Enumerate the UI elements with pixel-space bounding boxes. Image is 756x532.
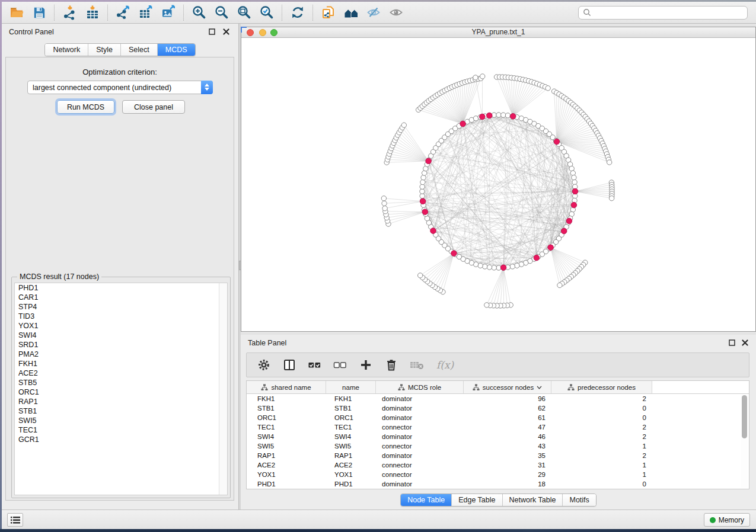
mcds-result-list[interactable]: PHD1CAR1STP4TID3YOX1SWI4SRD1PMA2FKH1ACE2… bbox=[14, 283, 228, 495]
zoom-selected-button[interactable] bbox=[256, 4, 278, 22]
table-cell[interactable]: 1 bbox=[551, 460, 652, 470]
mcds-result-item[interactable]: SWI5 bbox=[15, 416, 227, 425]
tab-edge-table[interactable]: Edge Table bbox=[452, 494, 502, 506]
table-cell[interactable]: 61 bbox=[464, 413, 551, 422]
table-cell[interactable]: 18 bbox=[464, 479, 551, 489]
import-network-button[interactable] bbox=[59, 4, 81, 22]
table-cell[interactable]: ORC1 bbox=[326, 413, 376, 422]
column-header-MCDS-role[interactable]: MCDS role bbox=[376, 381, 464, 393]
table-row[interactable]: YOX1YOX1connector291 bbox=[247, 470, 749, 479]
column-header-shared-name[interactable]: shared name bbox=[247, 381, 326, 393]
search-input[interactable] bbox=[594, 8, 747, 17]
table-cell[interactable]: 2 bbox=[551, 432, 652, 441]
table-cell[interactable]: SWI5 bbox=[326, 441, 376, 451]
table-cell[interactable]: YOX1 bbox=[326, 470, 376, 479]
table-cell[interactable]: dominator bbox=[376, 394, 464, 403]
run-mcds-button[interactable]: Run MCDS bbox=[57, 100, 114, 114]
column-header-name[interactable]: name bbox=[326, 381, 376, 393]
select-all-rows-button[interactable] bbox=[307, 357, 323, 373]
table-cell[interactable]: STB1 bbox=[247, 403, 326, 413]
table-row[interactable]: SWI4SWI4dominator462 bbox=[247, 432, 749, 441]
tab-select[interactable]: Select bbox=[121, 44, 158, 56]
close-table-panel-button[interactable] bbox=[741, 339, 749, 347]
table-row[interactable]: ORC1ORC1dominator610 bbox=[247, 413, 749, 422]
mcds-result-item[interactable]: CAR1 bbox=[15, 293, 227, 302]
tab-node-table[interactable]: Node Table bbox=[401, 494, 452, 506]
table-cell[interactable]: ORC1 bbox=[247, 413, 326, 422]
table-scrollbar[interactable] bbox=[741, 395, 748, 488]
table-cell[interactable]: 96 bbox=[464, 394, 551, 403]
table-cell[interactable]: dominator bbox=[376, 432, 464, 441]
float-table-panel-button[interactable] bbox=[728, 339, 736, 347]
export-network-button[interactable] bbox=[112, 4, 135, 22]
mcds-result-item[interactable]: GCR1 bbox=[15, 435, 227, 444]
table-cell[interactable]: TEC1 bbox=[326, 422, 376, 432]
table-row[interactable]: SWI5SWI5connector431 bbox=[247, 441, 749, 451]
mcds-result-item[interactable]: YOX1 bbox=[15, 321, 227, 331]
network-search-field[interactable] bbox=[578, 6, 748, 20]
mcds-result-item[interactable]: FKH1 bbox=[15, 359, 227, 368]
table-cell[interactable]: 2 bbox=[551, 422, 652, 432]
table-cell[interactable]: RAP1 bbox=[247, 451, 326, 460]
table-cell[interactable]: SWI4 bbox=[247, 432, 326, 441]
table-cell[interactable]: PHD1 bbox=[326, 479, 376, 489]
close-panel-button-mcds[interactable]: Close panel bbox=[122, 100, 185, 114]
tab-motifs[interactable]: Motifs bbox=[563, 494, 595, 506]
table-cell[interactable]: PHD1 bbox=[247, 479, 326, 489]
table-cell[interactable]: connector bbox=[376, 441, 464, 451]
table-cell[interactable]: SWI4 bbox=[326, 432, 376, 441]
table-cell[interactable]: STB1 bbox=[326, 403, 376, 413]
mcds-result-item[interactable]: PHD1 bbox=[15, 283, 227, 293]
mcds-result-item[interactable]: RAP1 bbox=[15, 397, 227, 406]
table-cell[interactable]: 2 bbox=[551, 394, 652, 403]
tab-style[interactable]: Style bbox=[88, 44, 121, 56]
import-table-button[interactable] bbox=[81, 4, 104, 22]
table-cell[interactable]: connector bbox=[376, 422, 464, 432]
table-cell[interactable]: RAP1 bbox=[326, 451, 376, 460]
column-header-predecessor-nodes[interactable]: predecessor nodes bbox=[551, 381, 652, 393]
export-table-button[interactable] bbox=[135, 4, 157, 22]
zoom-out-button[interactable] bbox=[210, 4, 233, 22]
refresh-layout-button[interactable] bbox=[286, 4, 309, 22]
table-cell[interactable]: dominator bbox=[376, 403, 464, 413]
table-row[interactable]: STB1STB1dominator620 bbox=[247, 403, 749, 413]
table-row[interactable]: ACE2ACE2connector311 bbox=[247, 460, 749, 470]
mcds-result-item[interactable]: SRD1 bbox=[15, 340, 227, 350]
save-session-button[interactable] bbox=[28, 4, 50, 22]
table-cell[interactable]: 2 bbox=[551, 451, 652, 460]
mcds-result-item[interactable]: STB5 bbox=[15, 378, 227, 387]
criterion-dropdown[interactable]: largest connected component (undirected) bbox=[27, 81, 213, 94]
table-row[interactable]: RAP1RAP1dominator352 bbox=[247, 451, 749, 460]
deselect-all-rows-button[interactable] bbox=[333, 357, 348, 373]
table-scrollbar-thumb[interactable] bbox=[742, 395, 747, 438]
table-cell[interactable]: connector bbox=[376, 460, 464, 470]
column-layout-button[interactable] bbox=[282, 357, 297, 373]
table-cell[interactable]: FKH1 bbox=[247, 394, 326, 403]
table-row[interactable]: TEC1TEC1connector472 bbox=[247, 422, 749, 432]
table-cell[interactable]: SWI5 bbox=[247, 441, 326, 451]
add-column-button[interactable] bbox=[358, 357, 374, 373]
table-cell[interactable]: connector bbox=[376, 470, 464, 479]
mcds-result-item[interactable]: PMA2 bbox=[15, 350, 227, 359]
table-cell[interactable]: 35 bbox=[464, 451, 551, 460]
network-window-titlebar[interactable]: YPA_prune.txt_1 bbox=[241, 27, 755, 38]
memory-button[interactable]: Memory bbox=[704, 513, 750, 527]
export-image-button[interactable] bbox=[157, 4, 180, 22]
table-row[interactable]: FKH1FKH1dominator962 bbox=[247, 394, 749, 403]
zoom-fit-button[interactable] bbox=[233, 4, 256, 22]
table-cell[interactable]: YOX1 bbox=[247, 470, 326, 479]
table-cell[interactable]: 43 bbox=[464, 441, 551, 451]
zoom-in-button[interactable] bbox=[188, 4, 210, 22]
table-cell[interactable]: 29 bbox=[464, 470, 551, 479]
network-canvas[interactable] bbox=[241, 37, 755, 331]
table-cell[interactable]: dominator bbox=[376, 479, 464, 489]
tab-network[interactable]: Network bbox=[45, 44, 88, 56]
open-file-button[interactable] bbox=[5, 4, 28, 22]
mcds-list-scrollbar[interactable] bbox=[219, 283, 227, 495]
show-panels-list-button[interactable] bbox=[7, 513, 23, 527]
table-cell[interactable]: dominator bbox=[376, 451, 464, 460]
copy-network-button[interactable] bbox=[317, 4, 340, 22]
table-cell[interactable]: 62 bbox=[464, 403, 551, 413]
delete-column-button[interactable] bbox=[384, 357, 399, 373]
close-panel-button[interactable] bbox=[222, 28, 230, 36]
